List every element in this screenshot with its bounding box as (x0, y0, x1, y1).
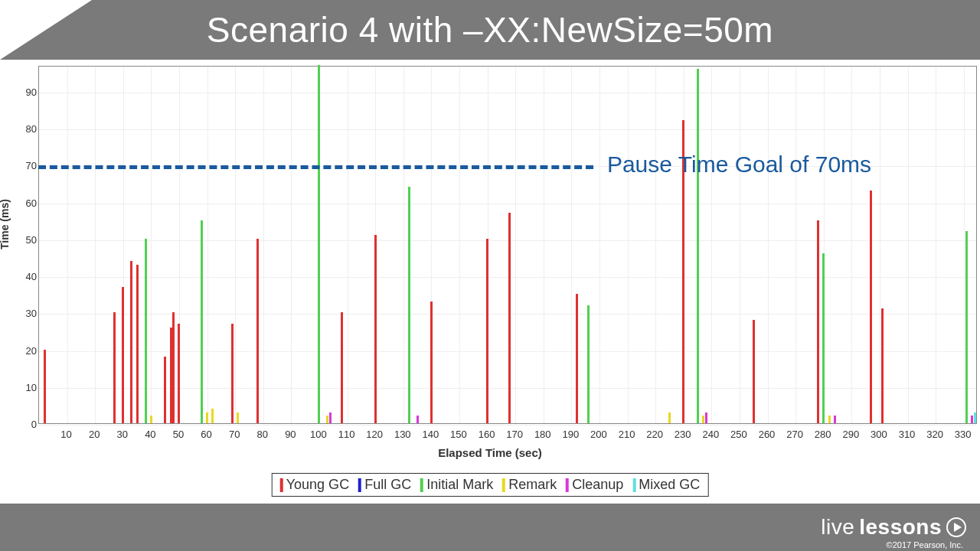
gc-bar (329, 412, 332, 423)
x-tick: 300 (871, 429, 887, 440)
gc-bar (172, 312, 175, 423)
legend-swatch (566, 478, 569, 492)
gc-bar (971, 416, 973, 423)
legend-item: Initial Mark (420, 477, 493, 493)
legend-swatch (280, 478, 283, 492)
pause-goal-label: Pause Time Goal of 70ms (607, 152, 871, 178)
gc-bar (374, 235, 377, 423)
x-tick: 120 (366, 429, 383, 440)
x-tick: 230 (675, 429, 691, 440)
legend-label: Full GC (364, 477, 411, 493)
gc-bar (170, 328, 172, 423)
x-tick: 50 (173, 429, 184, 440)
x-tick: 10 (60, 429, 71, 440)
y-tick: 20 (26, 344, 37, 356)
legend-swatch (420, 478, 423, 492)
x-tick: 170 (506, 429, 523, 440)
gc-bar (113, 312, 116, 423)
gc-bar (318, 65, 320, 423)
gc-bar (178, 324, 180, 423)
y-tick: 90 (26, 86, 37, 97)
legend-label: Cleanup (572, 477, 623, 493)
gc-bar (576, 294, 578, 423)
legend-item: Young GC (280, 477, 349, 493)
gc-bar (870, 191, 872, 423)
gc-bar (822, 253, 825, 423)
gc-bar (817, 220, 819, 423)
brand-prefix: live (821, 515, 854, 540)
gc-bar (206, 412, 208, 423)
x-tick: 70 (229, 429, 240, 440)
x-tick: 160 (479, 429, 495, 440)
y-axis-label: Time (ms) (0, 199, 11, 249)
gc-bar (965, 231, 968, 423)
gc-bar (256, 239, 259, 423)
header-bar: Scenario 4 with –XX:NewSize=50m (0, 0, 980, 60)
header-corner-decoration (0, 0, 92, 60)
x-tick: 130 (394, 429, 411, 440)
x-tick: 240 (702, 429, 719, 440)
play-icon (946, 517, 966, 537)
footer-bar: livelessons ©2017 Pearson, Inc. (0, 504, 980, 551)
y-tick: 10 (26, 381, 37, 393)
gc-bar (702, 416, 704, 423)
x-tick: 290 (842, 429, 859, 440)
gc-bar (122, 287, 124, 424)
chart-container: Time (ms) Elapsed Time (sec) Young GCFul… (0, 60, 980, 504)
gc-bar (326, 416, 328, 423)
x-tick: 320 (926, 429, 943, 440)
brand-logo: livelessons (821, 515, 966, 540)
gc-bar (416, 416, 419, 423)
slide-title: Scenario 4 with –XX:NewSize=50m (207, 9, 773, 51)
y-tick: 60 (26, 197, 37, 208)
gc-bar (130, 261, 132, 423)
x-tick: 100 (310, 429, 327, 440)
legend-swatch (502, 478, 505, 492)
legend-swatch (358, 478, 361, 492)
x-tick: 180 (534, 429, 551, 440)
x-tick: 110 (338, 429, 355, 440)
legend-label: Initial Mark (426, 477, 493, 493)
legend-item: Remark (502, 477, 557, 493)
y-tick: 30 (26, 308, 37, 319)
legend-item: Full GC (358, 477, 411, 493)
x-axis-label: Elapsed Time (sec) (438, 446, 542, 459)
x-tick: 30 (117, 429, 128, 440)
x-tick: 280 (815, 429, 831, 440)
x-tick: 80 (257, 429, 268, 440)
gc-bar (828, 416, 831, 423)
gc-bar (697, 69, 699, 423)
x-tick: 310 (899, 429, 916, 440)
legend-item: Mixed GC (632, 477, 700, 493)
x-tick: 140 (422, 429, 439, 440)
gc-bar (231, 324, 234, 423)
x-tick: 20 (89, 429, 100, 440)
gc-bar (145, 239, 147, 423)
x-tick: 200 (590, 429, 607, 440)
x-tick: 190 (562, 429, 579, 440)
gc-bar (834, 416, 836, 423)
pause-goal-line (38, 165, 593, 169)
y-tick: 70 (26, 160, 37, 171)
gc-bar (44, 350, 46, 423)
x-tick: 220 (646, 429, 663, 440)
gc-bar (705, 412, 707, 423)
x-tick: 40 (145, 429, 155, 440)
gc-bar (881, 308, 884, 423)
gc-bar (508, 213, 511, 423)
gc-bar (753, 320, 755, 423)
gc-bar (486, 239, 488, 423)
gc-bar (341, 312, 343, 423)
x-tick: 60 (201, 429, 211, 440)
x-tick: 250 (730, 429, 747, 440)
brand-suffix: lessons (859, 515, 942, 540)
legend-label: Remark (508, 477, 557, 493)
legend-label: Young GC (286, 477, 349, 493)
y-tick: 0 (31, 419, 37, 430)
gc-bar (430, 302, 433, 423)
gc-bar (668, 412, 671, 423)
x-tick: 90 (285, 429, 296, 440)
gc-bar (408, 187, 410, 423)
copyright-text: ©2017 Pearson, Inc. (887, 540, 963, 549)
legend-swatch (632, 478, 635, 492)
